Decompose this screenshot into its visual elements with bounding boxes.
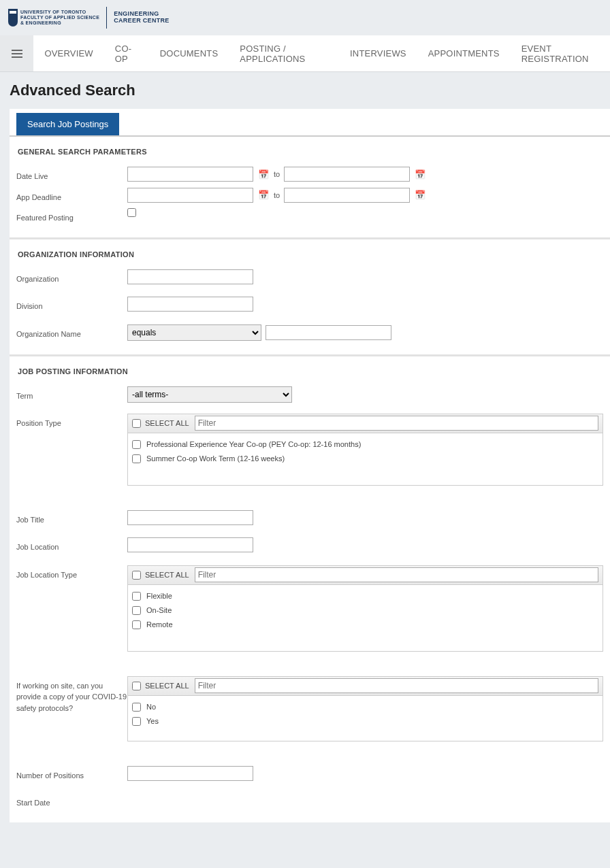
start-date-label: Start Date xyxy=(16,793,127,809)
ecc-text: CAREER CENTRE xyxy=(114,18,169,24)
page-title: Advanced Search xyxy=(0,72,610,109)
job-location-type-label: Job Location Type xyxy=(16,565,127,581)
nav-documents[interactable]: DOCUMENTS xyxy=(149,35,229,71)
option-checkbox[interactable] xyxy=(132,454,141,463)
position-type-option[interactable]: Summer Co-op Work Term (12-16 weeks) xyxy=(132,452,598,466)
select-all-checkbox[interactable] xyxy=(132,419,141,428)
location-type-option[interactable]: Flexible xyxy=(132,589,598,603)
nav-coop[interactable]: CO-OP xyxy=(104,35,149,71)
date-live-from-input[interactable] xyxy=(127,167,253,182)
tab-bar: Search Job Postings xyxy=(10,109,610,137)
to-text: to xyxy=(274,170,280,178)
job-location-label: Job Location xyxy=(16,537,127,553)
section-title: GENERAL SEARCH PARAMETERS xyxy=(16,144,603,164)
content: Search Job Postings GENERAL SEARCH PARAM… xyxy=(10,109,610,822)
main-nav: OVERVIEW CO-OP DOCUMENTS POSTING / APPLI… xyxy=(0,35,610,72)
location-type-filter[interactable] xyxy=(195,567,598,582)
org-name-input[interactable] xyxy=(266,325,391,340)
section-title: JOB POSTING INFORMATION xyxy=(16,363,603,384)
calendar-icon[interactable]: 📅 xyxy=(257,189,270,201)
option-checkbox[interactable] xyxy=(132,703,141,712)
covid-option[interactable]: No xyxy=(132,700,598,714)
section-organization: ORGANIZATION INFORMATION Organization Di… xyxy=(10,239,610,356)
location-type-option[interactable]: Remote xyxy=(132,618,598,632)
calendar-icon[interactable]: 📅 xyxy=(257,168,270,180)
select-all-label[interactable]: SELECT ALL xyxy=(132,571,189,580)
option-checkbox[interactable] xyxy=(132,440,141,449)
uoft-text: UNIVERSITY OF TORONTO xyxy=(20,10,99,15)
section-general: GENERAL SEARCH PARAMETERS Date Live 📅 to… xyxy=(10,137,610,239)
calendar-icon[interactable]: 📅 xyxy=(414,189,426,201)
date-live-label: Date Live xyxy=(16,167,127,182)
uoft-crest-icon xyxy=(8,9,18,27)
hamburger-button[interactable] xyxy=(0,35,33,71)
term-select[interactable]: -all terms- xyxy=(127,386,292,403)
app-deadline-to-input[interactable] xyxy=(284,188,410,203)
featured-checkbox[interactable] xyxy=(127,208,136,217)
organization-input[interactable] xyxy=(127,269,253,284)
job-location-input[interactable] xyxy=(127,537,253,552)
position-type-filter[interactable] xyxy=(195,416,598,431)
nav-event-registration[interactable]: EVENT REGISTRATION xyxy=(511,35,610,71)
location-type-option[interactable]: On-Site xyxy=(132,603,598,618)
uoft-logo: UNIVERSITY OF TORONTO FACULTY OF APPLIED… xyxy=(8,9,99,27)
date-live-to-input[interactable] xyxy=(284,167,410,182)
job-title-label: Job Title xyxy=(16,510,127,526)
nav-interviews[interactable]: INTERVIEWS xyxy=(339,35,417,71)
section-job-posting: JOB POSTING INFORMATION Term -all terms-… xyxy=(10,356,610,822)
term-label: Term xyxy=(16,386,127,402)
organization-label: Organization xyxy=(16,269,127,285)
option-checkbox[interactable] xyxy=(132,592,141,601)
section-title: ORGANIZATION INFORMATION xyxy=(16,246,603,267)
job-title-input[interactable] xyxy=(127,510,253,525)
header: UNIVERSITY OF TORONTO FACULTY OF APPLIED… xyxy=(0,0,610,35)
position-type-option[interactable]: Professional Experience Year Co-op (PEY … xyxy=(132,437,598,452)
org-name-operator-select[interactable]: equals xyxy=(127,324,261,341)
division-input[interactable] xyxy=(127,297,253,312)
division-label: Division xyxy=(16,297,127,312)
select-all-checkbox[interactable] xyxy=(132,571,141,580)
option-checkbox[interactable] xyxy=(132,606,141,615)
nav-appointments[interactable]: APPOINTMENTS xyxy=(417,35,511,71)
num-positions-input[interactable] xyxy=(127,766,253,781)
select-all-label[interactable]: SELECT ALL xyxy=(132,682,189,690)
covid-label: If working on site, can you provide a co… xyxy=(16,676,127,714)
nav-posting-applications[interactable]: POSTING / APPLICATIONS xyxy=(229,35,339,71)
option-checkbox[interactable] xyxy=(132,717,141,726)
covid-option[interactable]: Yes xyxy=(132,714,598,729)
to-text: to xyxy=(274,191,280,199)
featured-label: Featured Posting xyxy=(16,208,127,224)
position-type-label: Position Type xyxy=(16,414,127,429)
select-all-label[interactable]: SELECT ALL xyxy=(132,419,189,428)
calendar-icon[interactable]: 📅 xyxy=(414,168,426,180)
hamburger-icon xyxy=(12,50,22,58)
nav-overview[interactable]: OVERVIEW xyxy=(33,35,103,71)
uoft-text: & ENGINEERING xyxy=(20,20,99,26)
select-all-checkbox[interactable] xyxy=(132,682,141,690)
logo: UNIVERSITY OF TORONTO FACULTY OF APPLIED… xyxy=(8,7,170,29)
job-location-type-multiselect: SELECT ALL Flexible On-Site Re xyxy=(127,565,603,652)
tab-search-postings[interactable]: Search Job Postings xyxy=(16,113,119,135)
org-name-label: Organization Name xyxy=(16,324,127,340)
app-deadline-from-input[interactable] xyxy=(127,188,253,203)
app-deadline-label: App Deadline xyxy=(16,188,127,203)
covid-filter[interactable] xyxy=(195,678,598,693)
position-type-multiselect: SELECT ALL Professional Experience Year … xyxy=(127,414,603,486)
uoft-text: FACULTY OF APPLIED SCIENCE xyxy=(20,15,99,20)
option-checkbox[interactable] xyxy=(132,620,141,629)
num-positions-label: Number of Positions xyxy=(16,766,127,782)
logo-divider xyxy=(106,7,107,29)
covid-multiselect: SELECT ALL No Yes xyxy=(127,676,603,741)
